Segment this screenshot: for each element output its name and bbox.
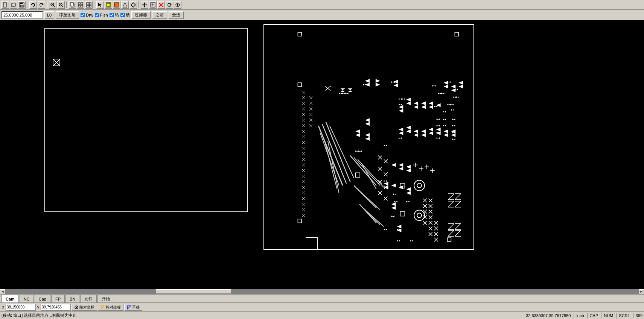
svg-line-7 (53, 6, 55, 7)
svg-marker-185 (391, 163, 396, 167)
scroll-right-btn[interactable]: ► (639, 289, 644, 295)
svg-marker-146 (355, 129, 360, 133)
svg-rect-51 (298, 83, 301, 87)
fill-btn[interactable] (113, 1, 120, 9)
svg-line-315 (448, 230, 454, 236)
svg-line-312 (455, 223, 461, 229)
svg-text:▶◀: ▶◀ (384, 179, 387, 182)
scroll-thumb[interactable] (156, 289, 231, 294)
undo-btn[interactable] (29, 1, 37, 9)
status-unit: inch (574, 313, 584, 318)
flsh-checkbox-label[interactable]: Flsh (95, 13, 108, 17)
prev-btn[interactable]: 之前 (152, 11, 167, 19)
svg-marker-168 (458, 85, 463, 88)
svg-marker-151 (365, 137, 370, 141)
shape-btn[interactable] (121, 1, 129, 9)
svg-rect-0 (3, 3, 6, 7)
svg-text:▶◀: ▶◀ (443, 110, 446, 113)
drill-checkbox[interactable] (110, 13, 114, 17)
svg-point-324 (76, 307, 77, 308)
abs-coord-btn[interactable]: 绝对坐标 (72, 304, 97, 311)
tab-fp[interactable]: FP (51, 295, 65, 302)
tab-bn[interactable]: BN (65, 295, 79, 302)
svg-marker-174 (414, 133, 418, 137)
grid-btn[interactable] (85, 1, 93, 9)
svg-point-258 (414, 210, 425, 221)
tab-cam[interactable]: Cam (2, 295, 19, 302)
scroll-track[interactable] (5, 289, 639, 295)
array-btn[interactable] (77, 1, 84, 9)
tab-start[interactable]: 开始 (97, 295, 114, 302)
svg-marker-27 (123, 3, 127, 7)
delete-btn[interactable] (157, 1, 165, 9)
save-btn[interactable] (18, 1, 26, 9)
diamond-btn[interactable] (129, 1, 137, 9)
svg-marker-119 (341, 88, 345, 90)
copy-btn[interactable] (69, 1, 76, 9)
selectall-btn[interactable]: 全选 (169, 11, 184, 19)
svg-marker-157 (414, 105, 418, 109)
rel-coord-btn[interactable]: 相对坐标 (98, 304, 123, 311)
tab-cap[interactable]: Cap (35, 295, 50, 302)
svg-marker-186 (399, 163, 403, 167)
pcb-svg: ▶◀ ▶◀▶◀ ▶◀▶◀▶◀ ▶◀▶◀ ▶◀ ▶◀ ▶◀ ▶◀▶◀ ▶◀▶◀ ▶… (264, 25, 473, 249)
redo-btn[interactable] (38, 1, 45, 9)
svg-text:▶◀: ▶◀ (443, 124, 446, 127)
svg-marker-167 (458, 81, 463, 85)
tab-nc[interactable]: NC (20, 295, 34, 302)
cross-marker (53, 59, 60, 66)
tab-element[interactable]: 元件 (80, 295, 97, 302)
svg-marker-187 (399, 167, 403, 170)
svg-text:▶◀: ▶◀ (437, 124, 440, 127)
move-cross-btn[interactable] (141, 1, 148, 9)
move-to-layer-btn[interactable]: 移至图层 (56, 11, 79, 19)
svg-line-135 (358, 189, 380, 210)
open-btn[interactable] (10, 1, 17, 9)
svg-marker-189 (406, 169, 411, 172)
svg-text:▶◀: ▶◀ (384, 228, 387, 231)
svg-point-42 (177, 4, 178, 6)
left-panel (44, 28, 248, 212)
drill-checkbox-label[interactable]: 钻 (110, 12, 119, 18)
flsh-checkbox[interactable] (95, 13, 99, 17)
svg-text:▶◀: ▶◀ (434, 105, 438, 108)
zoom-window-btn[interactable] (49, 1, 56, 9)
svg-marker-171 (406, 126, 411, 129)
pcb-view[interactable]: ▶◀ ▶◀▶◀ ▶◀▶◀▶◀ ▶◀▶◀ ▶◀ ▶◀ ▶◀ ▶◀▶◀ ▶◀▶◀ ▶… (263, 24, 474, 250)
svg-marker-143 (376, 83, 380, 87)
filter-btn[interactable]: 过滤器 (131, 11, 151, 19)
status-num: NUM (601, 313, 613, 318)
drw-checkbox[interactable] (81, 13, 85, 17)
new-btn[interactable] (2, 1, 9, 9)
drw-checkbox-label[interactable]: Drw (81, 13, 93, 17)
svg-marker-150 (365, 133, 370, 137)
highlight-btn[interactable] (105, 1, 112, 9)
svg-rect-54 (448, 238, 451, 242)
select-btn[interactable] (96, 1, 104, 9)
svg-marker-121 (348, 88, 352, 90)
layer-selector[interactable]: L0 (44, 11, 54, 19)
mill-checkbox[interactable] (120, 13, 125, 17)
mill-checkbox-label[interactable]: 铣 (120, 12, 130, 18)
svg-text:▶◀▶◀▶◀: ▶◀▶◀▶◀ (339, 92, 349, 95)
x-input[interactable] (6, 304, 36, 311)
main-toolbar (0, 0, 644, 10)
y-input[interactable] (41, 304, 71, 311)
svg-marker-178 (429, 131, 433, 135)
pan-btn[interactable]: 平移 (124, 304, 142, 311)
svg-text:▶◀: ▶◀ (455, 88, 458, 91)
tools-btn[interactable] (174, 1, 181, 9)
zoom-minus-btn[interactable] (57, 1, 65, 9)
main-canvas[interactable]: ▶◀ ▶◀▶◀ ▶◀▶◀▶◀ ▶◀▶◀ ▶◀ ▶◀ ▶◀ ▶◀▶◀ ▶◀▶◀ ▶… (0, 20, 644, 289)
svg-line-138 (367, 212, 384, 227)
svg-marker-181 (444, 129, 448, 133)
svg-marker-34 (146, 4, 147, 6)
place-btn[interactable] (149, 1, 157, 9)
scroll-left-btn[interactable]: ◄ (0, 289, 5, 295)
svg-marker-155 (406, 102, 411, 105)
svg-marker-197 (391, 206, 396, 210)
refresh-btn[interactable] (166, 1, 173, 9)
svg-marker-182 (444, 133, 448, 137)
sep5 (139, 2, 139, 8)
svg-marker-154 (406, 98, 411, 102)
